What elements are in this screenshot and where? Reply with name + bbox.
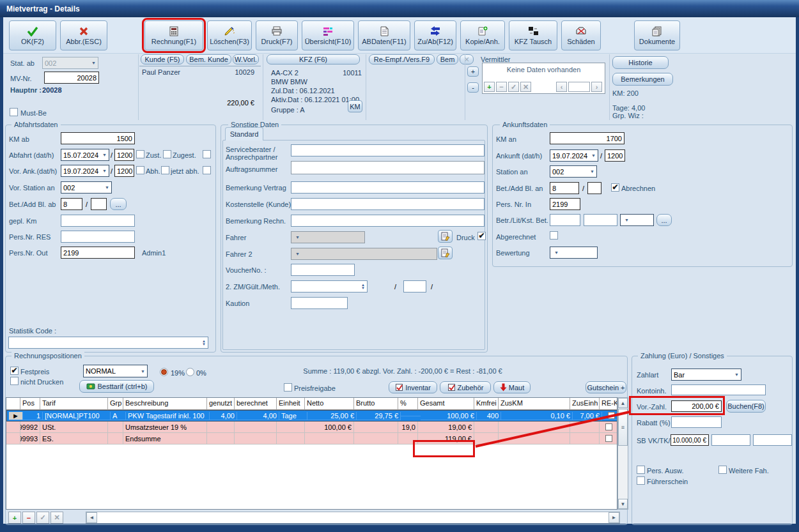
toolbar-button-abbr[interactable]: Abbr.(ESC)	[60, 20, 107, 50]
toolbar-button-kfztausch[interactable]: KFZ Tausch	[509, 20, 557, 50]
column-header-ZusEinh[interactable]: ZusEinh	[570, 398, 600, 410]
vermittler-minus-button[interactable]: -	[467, 82, 479, 93]
fuehrerschein-checkbox[interactable]	[637, 476, 645, 485]
zm-input2[interactable]	[403, 280, 426, 293]
toolbar-button-abdaten[interactable]: ABDaten(F11)	[358, 20, 410, 50]
column-header-berechnet[interactable]: berechnet	[235, 398, 277, 410]
stat-ab-select[interactable]: 002	[42, 57, 98, 69]
bet-add-ab-input1[interactable]: 8	[61, 198, 82, 210]
bewertung-select[interactable]	[550, 247, 598, 259]
voucher-input[interactable]	[291, 264, 355, 276]
bem-button[interactable]: Bem	[437, 54, 458, 65]
fahrer2-edit-button[interactable]	[438, 247, 453, 259]
table-row-1[interactable]: ►1[NORMAL]PT100APKW Tagestarif inkl. 100…	[6, 410, 617, 422]
page-field[interactable]	[568, 82, 590, 92]
table-vscrollbar[interactable]: ▲ ≡ ▼	[617, 397, 628, 510]
fahrer-select[interactable]	[291, 231, 365, 243]
bemerkung-rechn-input[interactable]	[291, 215, 485, 227]
remove-icon[interactable]: −	[496, 82, 507, 92]
abrechnen-checkbox[interactable]	[611, 183, 619, 192]
vscroll-thumb[interactable]: ≡	[618, 409, 628, 446]
betr-lit-input2[interactable]	[584, 214, 617, 226]
column-header-genutzt[interactable]: genutzt	[207, 398, 235, 410]
delete-row-icon[interactable]: −	[22, 512, 35, 524]
column-header-RE-K[interactable]: RE-K	[600, 398, 617, 410]
km-ab-input[interactable]: 1500	[61, 132, 135, 144]
scroll-right-icon[interactable]: ►	[609, 512, 619, 523]
must-be-checkbox[interactable]	[10, 108, 18, 116]
re-k-checkbox[interactable]	[605, 435, 612, 442]
column-header-Netto[interactable]: Netto	[305, 398, 354, 410]
spinner-icon[interactable]: ▲▼	[361, 284, 365, 290]
bemerkung-vertrag-input[interactable]	[291, 181, 485, 194]
column-header-Beschreibung[interactable]: Beschreibung	[123, 398, 207, 410]
toolbar-button-uebersicht[interactable]: Übersicht(F10)	[302, 20, 354, 50]
vor-ank-extra-checkbox[interactable]	[203, 166, 211, 174]
toolbar-button-kopie[interactable]: Kopie/Anh.	[460, 20, 505, 50]
statistik-code-combo[interactable]: ▲▼	[8, 337, 208, 349]
rabatt-input[interactable]	[671, 416, 722, 428]
vat-19-radio[interactable]	[160, 368, 168, 376]
toolbar-button-dokumente[interactable]: Dokumente	[634, 20, 680, 50]
nicht-drucken-checkbox[interactable]	[10, 377, 19, 385]
pers-ausw-checkbox[interactable]	[637, 466, 645, 474]
inventar-button[interactable]: Inventar	[389, 381, 437, 393]
betr-lit-select[interactable]	[620, 214, 654, 226]
scroll-left-icon[interactable]: ◄	[86, 512, 97, 523]
bemerkungen-button[interactable]: Bemerkungen	[612, 73, 673, 86]
column-header-Gesamt[interactable]: Gesamt	[418, 398, 474, 410]
column-header-Einheit[interactable]: Einheit	[277, 398, 305, 410]
serviceberater-input[interactable]	[291, 144, 485, 156]
table-row-4[interactable]: 99993ES.Endsumme119,00 €	[6, 433, 617, 445]
cancel-row-icon[interactable]: ✕	[50, 512, 63, 524]
column-header-Tarif[interactable]: Tarif	[40, 398, 108, 410]
abfahrt-date-select[interactable]: 15.07.2024	[61, 149, 109, 161]
vor-zahl-input[interactable]: 200,00 €	[671, 400, 722, 412]
zahlart-select[interactable]: Bar	[671, 369, 741, 381]
add-row-icon[interactable]: +	[8, 512, 21, 524]
kfz-button[interactable]: KFZ (F6)	[267, 54, 360, 65]
zugest-checkbox[interactable]	[163, 150, 171, 158]
post-row-icon[interactable]: ✓	[36, 512, 49, 524]
vermittler-list[interactable]: Keine Daten vorhanden + − ✓ ✕ ‹ ›	[482, 63, 605, 94]
scroll-down-icon[interactable]: ▼	[618, 499, 628, 509]
betr-lit-more-button[interactable]: ...	[656, 214, 672, 226]
maut-button[interactable]: Maut	[493, 381, 531, 393]
betr-lit-input1[interactable]	[550, 214, 580, 226]
bet-add-ab-input2[interactable]	[91, 198, 107, 210]
festpreis-checkbox[interactable]	[10, 367, 19, 375]
kontoinh-input[interactable]	[671, 384, 766, 395]
bet-add-an-input1[interactable]: 8	[550, 182, 579, 194]
sb-input1[interactable]: 10.000,00 €	[671, 434, 709, 446]
spinner-icon[interactable]: ▲▼	[202, 340, 206, 346]
vor-station-select[interactable]: 002	[61, 181, 112, 194]
vermittler-plus-button[interactable]: +	[467, 66, 479, 77]
weitere-fah-checkbox[interactable]	[718, 466, 727, 474]
pers-nr-in-input[interactable]: 2199	[550, 198, 580, 210]
kaution-input[interactable]	[291, 297, 348, 309]
ankunft-date-select[interactable]: 19.07.2024	[550, 149, 598, 162]
next-icon[interactable]: ›	[591, 82, 602, 92]
besttarif-button[interactable]: Besttarif (ctrl+b)	[79, 380, 154, 393]
zust-checkbox[interactable]	[136, 150, 144, 158]
abfahrt-time-input[interactable]: 1200	[114, 149, 134, 161]
bet-add-an-input2[interactable]	[587, 182, 601, 194]
fahrer2-select[interactable]	[291, 248, 437, 260]
scroll-up-icon[interactable]: ▲	[618, 398, 628, 408]
mv-nr-input[interactable]: 20028	[44, 72, 99, 84]
abgerechnet-checkbox[interactable]	[550, 231, 558, 239]
gutschein-button[interactable]: Gutschein +	[586, 381, 626, 393]
abfahrt-extra-checkbox[interactable]	[203, 150, 211, 158]
toolbar-button-loeschen[interactable]: Löschen(F3)	[207, 20, 252, 50]
re-k-checkbox[interactable]	[605, 423, 612, 430]
abh-checkbox[interactable]	[136, 166, 144, 174]
re-empf-close-icon[interactable]: ✕	[460, 54, 474, 65]
pers-nr-out-input[interactable]: 2199	[61, 247, 135, 259]
column-header-Pos[interactable]: Pos	[20, 398, 40, 410]
preisfreigabe-checkbox[interactable]	[284, 383, 292, 391]
station-an-select[interactable]: 002	[550, 165, 597, 178]
zubehoer-button[interactable]: Zubehör	[440, 381, 491, 393]
re-empf-button[interactable]: Re-Empf./Vers.F9	[369, 54, 435, 65]
ankunft-time-input[interactable]: 1200	[605, 149, 625, 162]
table-row-3[interactable]: 99992USt.Umsatzsteuer 19 %100,00 €19,019…	[6, 422, 617, 433]
